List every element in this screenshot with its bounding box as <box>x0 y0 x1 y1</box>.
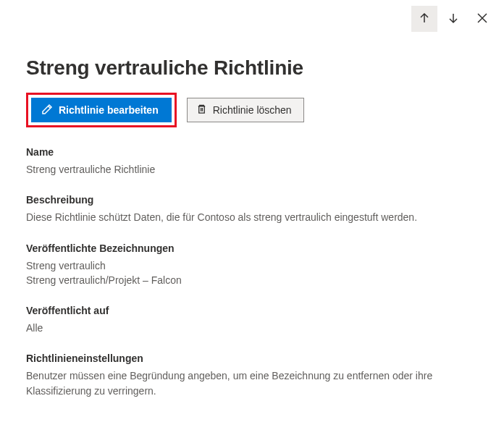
trash-icon <box>196 104 207 117</box>
close-icon <box>477 13 487 25</box>
description-label: Beschreibung <box>26 194 478 206</box>
policy-settings-label: Richtlinieneinstellungen <box>26 353 478 364</box>
name-value: Streng vertrauliche Richtlinie <box>26 162 478 177</box>
close-button[interactable] <box>469 6 495 32</box>
action-row: Richtlinie bearbeiten Richtlinie löschen <box>26 93 504 127</box>
published-labels-value-1: Streng vertraulich/Projekt – Falcon <box>26 273 478 287</box>
arrow-down-icon <box>448 12 459 26</box>
arrow-up-icon <box>419 12 430 26</box>
section-published-labels: Veröffentlichte Bezeichnungen Streng ver… <box>26 242 504 288</box>
highlight-annotation: Richtlinie bearbeiten <box>26 93 177 127</box>
edit-policy-label: Richtlinie bearbeiten <box>59 104 159 116</box>
move-up-button[interactable] <box>411 6 437 32</box>
section-description: Beschreibung Diese Richtlinie schützt Da… <box>26 194 504 224</box>
published-to-label: Veröffentlicht auf <box>26 305 478 316</box>
delete-policy-button[interactable]: Richtlinie löschen <box>187 98 304 122</box>
description-value: Diese Richtlinie schützt Daten, die für … <box>26 210 478 224</box>
published-labels-label: Veröffentlichte Bezeichnungen <box>26 242 478 254</box>
policy-settings-value: Benutzer müssen eine Begründung angeben,… <box>26 368 478 398</box>
pencil-icon <box>41 104 53 117</box>
section-published-to: Veröffentlicht auf Alle <box>26 305 504 335</box>
section-policy-settings: Richtlinieneinstellungen Benutzer müssen… <box>26 353 504 398</box>
delete-policy-label: Richtlinie löschen <box>213 104 292 116</box>
published-to-value: Alle <box>26 321 478 335</box>
panel-header-controls <box>411 6 495 32</box>
name-label: Name <box>26 146 478 158</box>
move-down-button[interactable] <box>440 6 466 32</box>
section-name: Name Streng vertrauliche Richtlinie <box>26 146 504 177</box>
published-labels-value-0: Streng vertraulich <box>26 258 478 273</box>
edit-policy-button[interactable]: Richtlinie bearbeiten <box>31 98 172 122</box>
